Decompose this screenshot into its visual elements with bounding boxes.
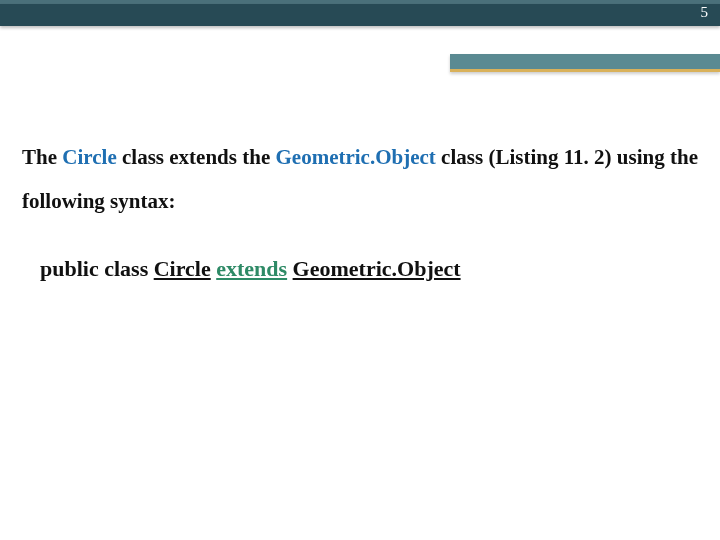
- slide-header: 5: [0, 0, 720, 26]
- code-line: public class Circle extends Geometric.Ob…: [40, 251, 698, 286]
- page-number: 5: [701, 4, 709, 21]
- text: class extends the: [117, 145, 276, 169]
- accent-block: [450, 54, 720, 72]
- slide-content: The Circle class extends the Geometric.O…: [22, 135, 698, 286]
- code-text: public class: [40, 256, 154, 281]
- code-circle: Circle: [154, 256, 211, 281]
- circle-class-name: Circle: [62, 145, 116, 169]
- code-geometricobject: Geometric.Object: [293, 256, 461, 281]
- code-extends-keyword: extends: [216, 256, 287, 281]
- geometricobject-class-name: Geometric.Object: [276, 145, 436, 169]
- text: The: [22, 145, 62, 169]
- paragraph-1: The Circle class extends the Geometric.O…: [22, 135, 698, 223]
- header-bar-thick: 5: [0, 4, 720, 26]
